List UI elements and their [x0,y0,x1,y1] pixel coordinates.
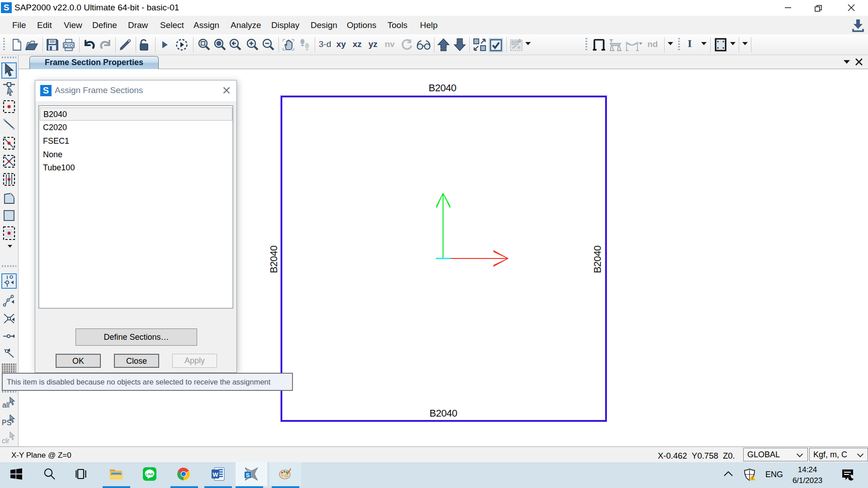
svg-text:W: W [212,471,218,478]
svg-text:LINE: LINE [146,472,153,476]
svg-text:S: S [246,472,250,479]
svg-text:!: ! [752,476,753,480]
